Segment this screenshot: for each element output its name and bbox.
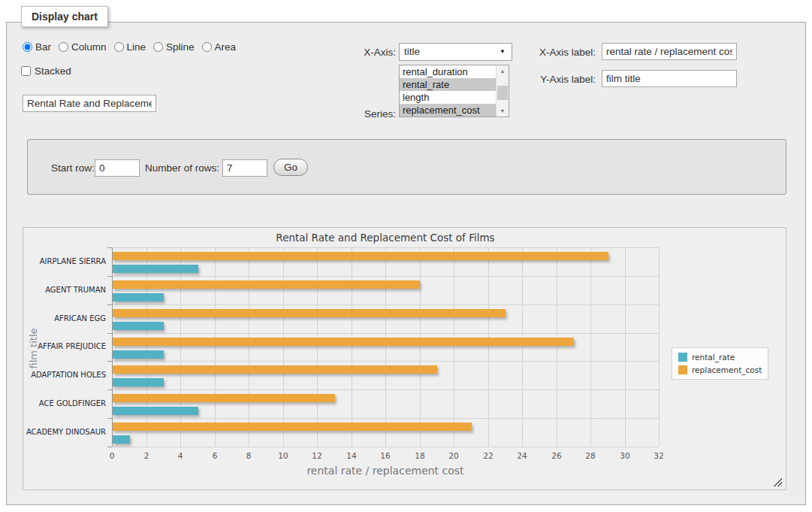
chart-type-option-area[interactable]: Area (202, 41, 237, 53)
chart-type-option-line[interactable]: Line (114, 41, 146, 53)
v-gridline (454, 247, 454, 447)
radio-area[interactable] (202, 42, 212, 52)
y-axis-label-input[interactable] (602, 70, 737, 87)
v-gridline (625, 247, 626, 447)
y-axis-tick (107, 333, 112, 334)
chart-type-radio-group: BarColumnLineSplineArea (23, 41, 236, 53)
stacked-label: Stacked (35, 65, 71, 77)
legend-item-rental_rate: rental_rate (678, 353, 762, 362)
radio-bar[interactable] (23, 42, 32, 52)
series-scrollbar[interactable]: ▲ ▼ (496, 65, 509, 117)
start-row-label: Start row: (51, 162, 95, 174)
y-axis-tick (107, 304, 112, 305)
x-tick-label: 18 (405, 451, 435, 460)
category-label: AFFAIR PREJUDICE (23, 342, 106, 350)
bar-rental_rate (113, 378, 164, 386)
number-of-rows-input[interactable] (222, 159, 267, 177)
panel-title: Display chart (21, 6, 108, 27)
x-axis-select-value: title (404, 46, 420, 57)
v-gridline (420, 247, 421, 447)
bar-replacement_cost (113, 423, 472, 431)
chart-type-option-column[interactable]: Column (59, 41, 107, 53)
x-tick-label: 30 (610, 451, 640, 460)
start-row-input[interactable] (95, 159, 140, 177)
v-gridline (488, 247, 489, 447)
chart-type-option-bar[interactable]: Bar (23, 41, 51, 53)
category-label: ACE GOLDFINGER (23, 399, 106, 407)
x-axis-select-label: X-Axis: (322, 47, 396, 58)
stacked-option[interactable]: Stacked (21, 65, 71, 77)
x-tick-label: 8 (234, 451, 264, 460)
series-options: rental_durationrental_ratelengthreplacem… (400, 65, 496, 117)
bar-rental_rate (113, 293, 164, 301)
bar-replacement_cost (113, 309, 506, 317)
number-of-rows-label: Number of rows: (145, 162, 219, 174)
scroll-up-icon[interactable]: ▲ (497, 65, 509, 77)
radio-label: Column (71, 41, 107, 53)
dropdown-arrow-icon: ▼ (500, 44, 506, 60)
x-axis-label-label: X-Axis label: (524, 47, 596, 58)
bar-rental_rate (113, 350, 164, 359)
series-option-rental_duration[interactable]: rental_duration (400, 65, 496, 78)
category-label: AFRICAN EGG (23, 314, 106, 323)
bar-replacement_cost (113, 394, 335, 402)
bar-rental_rate (113, 407, 198, 415)
bar-rental_rate (113, 265, 198, 273)
row-range-panel: Start row: Number of rows: Go (27, 139, 786, 195)
v-gridline (522, 247, 523, 447)
v-gridline (557, 247, 557, 447)
legend-label: rental_rate (692, 353, 735, 362)
y-axis-line (112, 247, 113, 447)
display-chart-panel: BarColumnLineSplineArea Stacked X-Axis: … (6, 22, 806, 505)
category-label: AGENT TRUMAN (23, 286, 106, 294)
x-tick-label: 20 (439, 451, 469, 460)
radio-line[interactable] (114, 42, 124, 52)
x-axis-select[interactable]: title ▼ (399, 43, 512, 61)
radio-label: Bar (35, 41, 51, 53)
x-tick-label: 22 (473, 451, 503, 460)
x-tick-label: 28 (575, 451, 605, 460)
chart-type-option-spline[interactable]: Spline (153, 41, 195, 53)
x-tick-label: 2 (131, 451, 161, 460)
bar-rental_rate (113, 435, 130, 444)
x-tick-label: 16 (370, 451, 400, 460)
stacked-checkbox[interactable] (21, 66, 31, 76)
x-tick-label: 12 (302, 451, 332, 460)
go-button[interactable]: Go (273, 159, 308, 176)
chart-title: Rental Rate and Replacement Cost of Film… (112, 232, 659, 244)
resize-handle-icon[interactable] (773, 477, 782, 486)
y-axis-tick (107, 276, 112, 277)
series-select-label: Series: (322, 108, 396, 120)
v-gridline (659, 247, 660, 447)
category-label: ADAPTATION HOLES (23, 371, 106, 379)
x-tick-label: 26 (542, 451, 572, 460)
radio-label: Spline (166, 41, 195, 53)
v-gridline (385, 247, 386, 447)
legend-item-replacement_cost: replacement_cost (678, 365, 762, 374)
v-gridline (249, 247, 249, 447)
plot-area (112, 247, 659, 447)
page: Display chart BarColumnLineSplineArea St… (0, 0, 812, 512)
legend-label: replacement_cost (692, 365, 762, 374)
scrollbar-thumb[interactable] (497, 86, 508, 100)
series-option-length[interactable]: length (400, 91, 496, 104)
v-gridline (215, 247, 216, 447)
series-listbox[interactable]: rental_durationrental_ratelengthreplacem… (399, 65, 509, 117)
series-option-replacement_cost[interactable]: replacement_cost (400, 104, 496, 117)
bar-replacement_cost (113, 280, 420, 289)
series-option-rental_rate[interactable]: rental_rate (400, 78, 496, 91)
x-tick-label: 14 (337, 451, 367, 460)
y-axis-tick (107, 418, 112, 419)
x-tick-label: 32 (644, 451, 674, 460)
bar-replacement_cost (113, 338, 574, 346)
chart-title-input[interactable] (23, 95, 156, 112)
x-tick-label: 6 (200, 451, 230, 460)
v-gridline (590, 247, 591, 447)
radio-column[interactable] (59, 42, 68, 52)
y-axis-label-label: Y-Axis label: (524, 74, 596, 85)
chart-container: Rental Rate and Replacement Cost of Film… (23, 227, 786, 490)
scroll-down-icon[interactable]: ▼ (497, 105, 509, 117)
x-axis-label-input[interactable] (602, 43, 737, 60)
legend-swatch-rental_rate (678, 353, 687, 362)
radio-spline[interactable] (153, 42, 163, 52)
